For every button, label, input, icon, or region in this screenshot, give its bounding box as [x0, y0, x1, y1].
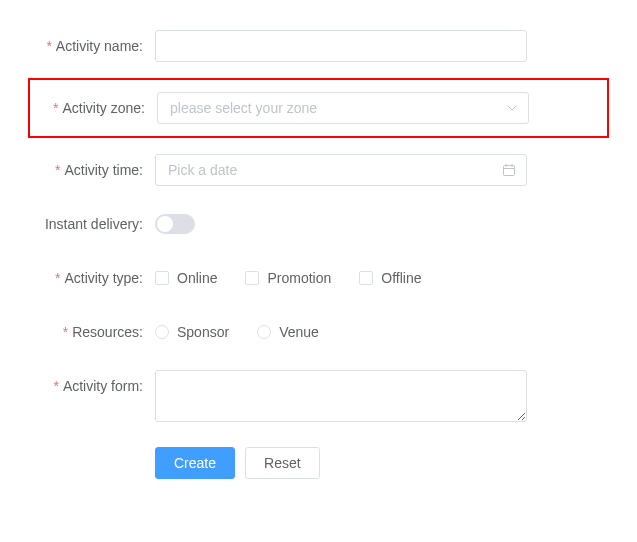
- label-text: Activity name: [56, 38, 139, 54]
- checkbox-box: [155, 271, 169, 285]
- radio-label: Sponsor: [177, 324, 229, 340]
- control-activity-time: Pick a date: [155, 154, 527, 186]
- control-activity-zone: please select your zone: [157, 92, 529, 124]
- radio-circle: [257, 325, 271, 339]
- radio-circle: [155, 325, 169, 339]
- field-activity-type: Activity type: Online Promotion Offline: [40, 262, 597, 294]
- switch-instant-delivery[interactable]: [155, 214, 195, 234]
- reset-button[interactable]: Reset: [245, 447, 320, 479]
- label-text: Activity type: [64, 270, 139, 286]
- label-activity-name: Activity name:: [40, 30, 155, 62]
- switch-knob: [157, 216, 173, 232]
- select-activity-zone[interactable]: please select your zone: [157, 92, 529, 124]
- label-activity-form: Activity form:: [40, 370, 155, 402]
- calendar-icon: [502, 163, 516, 177]
- label-activity-type: Activity type:: [40, 262, 155, 294]
- checkbox-label: Online: [177, 270, 217, 286]
- checkbox-offline[interactable]: Offline: [359, 270, 421, 286]
- datepicker-activity-time[interactable]: Pick a date: [155, 154, 527, 186]
- radio-sponsor[interactable]: Sponsor: [155, 324, 229, 340]
- field-activity-zone: Activity zone: please select your zone: [30, 92, 607, 124]
- label-text: Activity form: [63, 378, 139, 394]
- control-activity-form: [155, 370, 527, 425]
- checkbox-box: [359, 271, 373, 285]
- input-activity-name[interactable]: [155, 30, 527, 62]
- field-activity-time: Activity time: Pick a date: [40, 154, 597, 186]
- svg-rect-0: [504, 166, 515, 176]
- checkbox-label: Promotion: [267, 270, 331, 286]
- label-activity-zone: Activity zone:: [42, 92, 157, 124]
- field-instant-delivery: Instant delivery:: [40, 208, 597, 240]
- checkbox-group-activity-type: Online Promotion Offline: [155, 262, 422, 294]
- control-activity-name: [155, 30, 527, 62]
- label-text: Activity zone: [63, 100, 142, 116]
- checkbox-label: Offline: [381, 270, 421, 286]
- label-resources: Resources:: [40, 316, 155, 348]
- form-actions: Create Reset: [155, 447, 597, 479]
- label-instant-delivery: Instant delivery:: [40, 208, 155, 240]
- create-button[interactable]: Create: [155, 447, 235, 479]
- date-placeholder: Pick a date: [168, 162, 237, 178]
- radio-group-resources: Sponsor Venue: [155, 316, 319, 348]
- radio-label: Venue: [279, 324, 319, 340]
- checkbox-promotion[interactable]: Promotion: [245, 270, 331, 286]
- control-instant-delivery: [155, 208, 195, 234]
- field-activity-name: Activity name:: [40, 30, 597, 62]
- field-resources: Resources: Sponsor Venue: [40, 316, 597, 348]
- label-text: Resources: [72, 324, 139, 340]
- activity-form: Activity name: Activity zone: please sel…: [0, 0, 637, 509]
- select-placeholder: please select your zone: [170, 100, 317, 116]
- radio-venue[interactable]: Venue: [257, 324, 319, 340]
- highlight-activity-zone: Activity zone: please select your zone: [28, 78, 609, 138]
- checkbox-box: [245, 271, 259, 285]
- chevron-down-icon: [506, 102, 518, 114]
- label-text: Activity time: [64, 162, 139, 178]
- field-activity-form: Activity form:: [40, 370, 597, 425]
- textarea-activity-form[interactable]: [155, 370, 527, 422]
- label-activity-time: Activity time:: [40, 154, 155, 186]
- checkbox-online[interactable]: Online: [155, 270, 217, 286]
- label-text: Instant delivery: [45, 216, 139, 232]
